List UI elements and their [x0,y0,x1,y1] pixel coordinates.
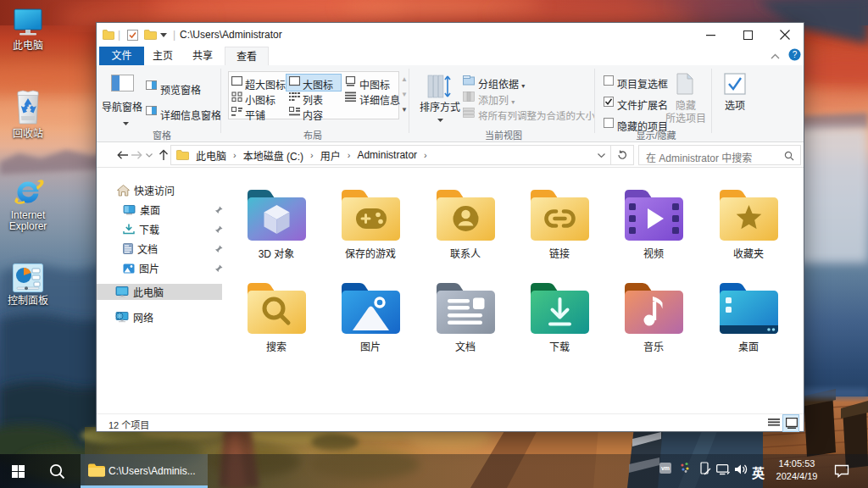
svg-text:?: ? [793,50,798,59]
